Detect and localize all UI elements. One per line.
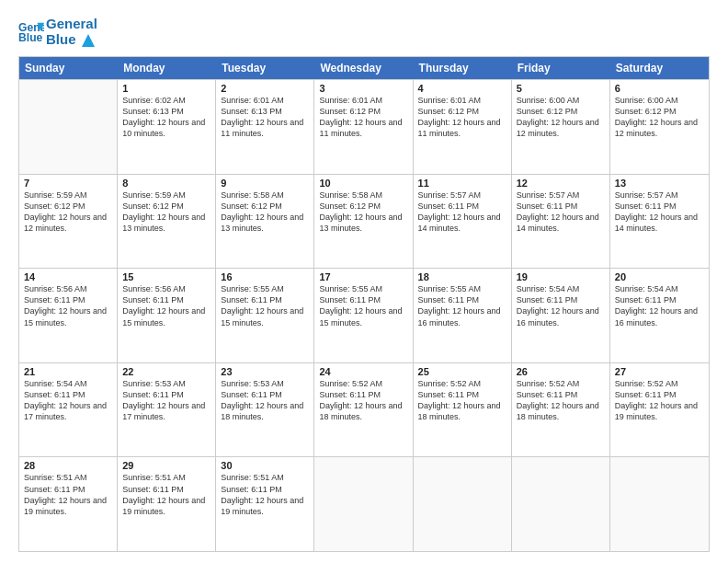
day-info: Sunrise: 5:54 AM Sunset: 6:11 PM Dayligh…: [24, 378, 112, 423]
weekday-header: Monday: [118, 57, 216, 79]
calendar-cell: 5 Sunrise: 6:00 AM Sunset: 6:12 PM Dayli…: [512, 80, 610, 174]
day-info: Sunrise: 5:56 AM Sunset: 6:11 PM Dayligh…: [24, 283, 112, 328]
day-number: 11: [418, 178, 506, 189]
day-number: 26: [517, 366, 605, 377]
day-info: Sunrise: 5:54 AM Sunset: 6:11 PM Dayligh…: [517, 283, 605, 328]
logo-icon: General Blue: [18, 19, 44, 45]
day-number: 9: [221, 178, 309, 189]
day-number: 6: [615, 83, 704, 94]
day-number: 23: [221, 366, 309, 377]
calendar-cell: 21 Sunrise: 5:54 AM Sunset: 6:11 PM Dayl…: [19, 363, 118, 457]
calendar-header: SundayMondayTuesdayWednesdayThursdayFrid…: [19, 57, 709, 79]
day-number: 29: [122, 460, 210, 471]
calendar-cell: 17 Sunrise: 5:55 AM Sunset: 6:11 PM Dayl…: [314, 269, 413, 362]
calendar-row: 1 Sunrise: 6:02 AM Sunset: 6:13 PM Dayli…: [19, 79, 709, 174]
calendar-cell: 30 Sunrise: 5:51 AM Sunset: 6:11 PM Dayl…: [216, 457, 314, 551]
calendar-cell: 23 Sunrise: 5:53 AM Sunset: 6:11 PM Dayl…: [216, 363, 314, 457]
calendar-cell: 18 Sunrise: 5:55 AM Sunset: 6:11 PM Dayl…: [414, 269, 512, 362]
calendar-cell: 13 Sunrise: 5:57 AM Sunset: 6:11 PM Dayl…: [610, 175, 709, 269]
day-info: Sunrise: 5:58 AM Sunset: 6:12 PM Dayligh…: [221, 190, 309, 235]
calendar-cell: 6 Sunrise: 6:00 AM Sunset: 6:12 PM Dayli…: [610, 80, 709, 174]
header: General Blue General Blue: [18, 17, 710, 47]
calendar-cell: [512, 457, 610, 551]
day-info: Sunrise: 6:01 AM Sunset: 6:12 PM Dayligh…: [319, 95, 407, 140]
calendar-cell: 8 Sunrise: 5:59 AM Sunset: 6:12 PM Dayli…: [118, 175, 216, 269]
day-number: 30: [221, 460, 309, 471]
calendar-cell: 9 Sunrise: 5:58 AM Sunset: 6:12 PM Dayli…: [216, 175, 314, 269]
day-info: Sunrise: 6:01 AM Sunset: 6:12 PM Dayligh…: [418, 95, 506, 140]
calendar-cell: 2 Sunrise: 6:01 AM Sunset: 6:13 PM Dayli…: [216, 80, 314, 174]
calendar-cell: 25 Sunrise: 5:52 AM Sunset: 6:11 PM Dayl…: [414, 363, 512, 457]
day-number: 12: [517, 178, 605, 189]
calendar-cell: 24 Sunrise: 5:52 AM Sunset: 6:11 PM Dayl…: [314, 363, 413, 457]
calendar-cell: 7 Sunrise: 5:59 AM Sunset: 6:12 PM Dayli…: [19, 175, 118, 269]
day-number: 22: [122, 366, 210, 377]
calendar-row: 28 Sunrise: 5:51 AM Sunset: 6:11 PM Dayl…: [19, 456, 709, 551]
weekday-header: Sunday: [19, 57, 118, 79]
day-number: 13: [615, 178, 704, 189]
calendar-cell: [314, 457, 413, 551]
day-number: 21: [24, 366, 112, 377]
weekday-header: Tuesday: [216, 57, 314, 79]
day-info: Sunrise: 5:53 AM Sunset: 6:11 PM Dayligh…: [122, 378, 210, 423]
calendar-cell: 26 Sunrise: 5:52 AM Sunset: 6:11 PM Dayl…: [512, 363, 610, 457]
calendar-cell: 28 Sunrise: 5:51 AM Sunset: 6:11 PM Dayl…: [19, 457, 118, 551]
calendar: SundayMondayTuesdayWednesdayThursdayFrid…: [18, 56, 710, 552]
day-info: Sunrise: 5:53 AM Sunset: 6:11 PM Dayligh…: [221, 378, 309, 423]
day-number: 1: [122, 83, 210, 94]
day-info: Sunrise: 5:58 AM Sunset: 6:12 PM Dayligh…: [319, 190, 407, 235]
logo: General Blue General Blue: [18, 17, 97, 47]
day-number: 2: [221, 83, 309, 94]
day-info: Sunrise: 5:57 AM Sunset: 6:11 PM Dayligh…: [418, 190, 506, 235]
day-info: Sunrise: 5:55 AM Sunset: 6:11 PM Dayligh…: [418, 283, 506, 328]
day-number: 7: [24, 178, 112, 189]
weekday-header: Thursday: [414, 57, 512, 79]
day-info: Sunrise: 5:57 AM Sunset: 6:11 PM Dayligh…: [517, 190, 605, 235]
day-number: 3: [319, 83, 407, 94]
day-number: 28: [24, 460, 112, 471]
day-number: 8: [122, 178, 210, 189]
calendar-cell: 15 Sunrise: 5:56 AM Sunset: 6:11 PM Dayl…: [118, 269, 216, 362]
day-info: Sunrise: 5:51 AM Sunset: 6:11 PM Dayligh…: [221, 472, 309, 517]
day-number: 17: [319, 271, 407, 282]
day-number: 25: [418, 366, 506, 377]
day-info: Sunrise: 5:59 AM Sunset: 6:12 PM Dayligh…: [122, 190, 210, 235]
day-number: 19: [517, 271, 605, 282]
day-info: Sunrise: 6:00 AM Sunset: 6:12 PM Dayligh…: [615, 95, 704, 140]
day-info: Sunrise: 5:55 AM Sunset: 6:11 PM Dayligh…: [319, 283, 407, 328]
calendar-cell: [19, 80, 118, 174]
day-info: Sunrise: 5:59 AM Sunset: 6:12 PM Dayligh…: [24, 190, 112, 235]
day-info: Sunrise: 5:56 AM Sunset: 6:11 PM Dayligh…: [122, 283, 210, 328]
calendar-row: 14 Sunrise: 5:56 AM Sunset: 6:11 PM Dayl…: [19, 268, 709, 362]
calendar-cell: 29 Sunrise: 5:51 AM Sunset: 6:11 PM Dayl…: [118, 457, 216, 551]
day-info: Sunrise: 5:54 AM Sunset: 6:11 PM Dayligh…: [615, 283, 704, 328]
day-info: Sunrise: 6:00 AM Sunset: 6:12 PM Dayligh…: [517, 95, 605, 140]
day-info: Sunrise: 5:52 AM Sunset: 6:11 PM Dayligh…: [319, 378, 407, 423]
calendar-row: 21 Sunrise: 5:54 AM Sunset: 6:11 PM Dayl…: [19, 362, 709, 457]
weekday-header: Friday: [512, 57, 610, 79]
calendar-cell: 12 Sunrise: 5:57 AM Sunset: 6:11 PM Dayl…: [512, 175, 610, 269]
page: General Blue General Blue SundayMondayTu…: [0, 0, 728, 563]
calendar-cell: 19 Sunrise: 5:54 AM Sunset: 6:11 PM Dayl…: [512, 269, 610, 362]
day-number: 10: [319, 178, 407, 189]
day-number: 16: [221, 271, 309, 282]
calendar-cell: 27 Sunrise: 5:52 AM Sunset: 6:11 PM Dayl…: [610, 363, 709, 457]
day-number: 4: [418, 83, 506, 94]
calendar-cell: 14 Sunrise: 5:56 AM Sunset: 6:11 PM Dayl…: [19, 269, 118, 362]
calendar-cell: [414, 457, 512, 551]
logo-triangle-icon: [82, 34, 95, 47]
day-info: Sunrise: 5:52 AM Sunset: 6:11 PM Dayligh…: [517, 378, 605, 423]
calendar-row: 7 Sunrise: 5:59 AM Sunset: 6:12 PM Dayli…: [19, 174, 709, 269]
calendar-cell: 16 Sunrise: 5:55 AM Sunset: 6:11 PM Dayl…: [216, 269, 314, 362]
calendar-body: 1 Sunrise: 6:02 AM Sunset: 6:13 PM Dayli…: [19, 79, 709, 551]
svg-text:Blue: Blue: [18, 31, 43, 44]
day-info: Sunrise: 6:02 AM Sunset: 6:13 PM Dayligh…: [122, 95, 210, 140]
logo-general: General: [46, 17, 97, 32]
calendar-cell: [610, 457, 709, 551]
day-info: Sunrise: 5:52 AM Sunset: 6:11 PM Dayligh…: [615, 378, 704, 423]
day-number: 5: [517, 83, 605, 94]
calendar-cell: 20 Sunrise: 5:54 AM Sunset: 6:11 PM Dayl…: [610, 269, 709, 362]
calendar-cell: 11 Sunrise: 5:57 AM Sunset: 6:11 PM Dayl…: [414, 175, 512, 269]
day-number: 18: [418, 271, 506, 282]
weekday-header: Saturday: [610, 57, 709, 79]
